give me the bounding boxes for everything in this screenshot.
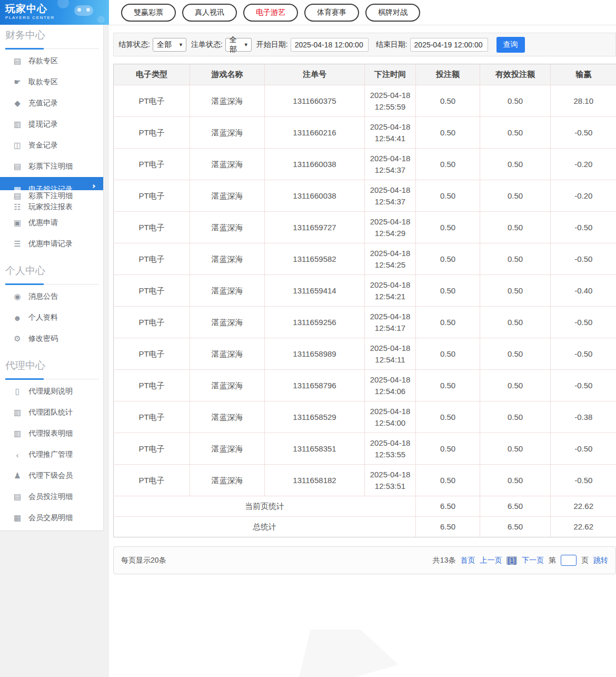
table-cell: PT电子: [114, 370, 190, 401]
table-cell: 湛蓝深海: [190, 212, 265, 243]
sidebar-item-agent-share[interactable]: ‹代理推广管理: [0, 444, 103, 465]
total-summary-row: 总统计6.506.5022.62: [114, 517, 616, 537]
member-transactions-icon: ▦: [13, 513, 22, 523]
tab-雙赢彩票[interactable]: 雙赢彩票: [121, 4, 176, 22]
table-cell: 0.50: [480, 465, 551, 496]
lottery-bets-icon: ▤: [13, 162, 22, 171]
sidebar-item-label: 彩票下注明细: [28, 162, 73, 171]
table-cell: 湛蓝深海: [190, 465, 265, 496]
tab-电子游艺[interactable]: 电子游艺: [243, 4, 298, 22]
end-date-input[interactable]: [410, 38, 488, 52]
table-cell: PT电子: [114, 149, 190, 180]
settle-status-label: 结算状态:: [118, 40, 150, 50]
table-cell: 1311660375: [265, 85, 365, 117]
sidebar-item-label: 充值记录: [28, 99, 58, 108]
announcement-bell-icon: ◉: [13, 292, 22, 301]
sidebar-item-label: 电子投注记录: [28, 185, 73, 190]
start-date-label: 开始日期:: [256, 40, 288, 50]
sidebar-item-agent-members[interactable]: ♟代理下级会员: [0, 465, 103, 486]
bet-time-cell: 2025-04-1812:54:11: [365, 338, 416, 370]
table-cell: -0.50: [551, 307, 616, 338]
table-cell: -0.50: [551, 117, 616, 149]
sidebar-item-label: 玩家投注报表: [28, 202, 73, 212]
table-cell: PT电子: [114, 212, 190, 243]
sidebar-item-agent-report[interactable]: ▥代理报表明细: [0, 423, 103, 444]
sidebar-item-member-transactions[interactable]: ▦会员交易明细: [0, 507, 103, 528]
sidebar-item-agent-rules-doc[interactable]: ▯代理规则说明: [0, 381, 103, 402]
sidebar-item-label: 优惠申请记录: [28, 239, 73, 249]
table-cell: 1311660038: [265, 180, 365, 212]
table-cell: 湛蓝深海: [190, 275, 265, 307]
sidebar-item-label: 彩票下注明细: [28, 191, 73, 201]
bet-records-table: 电子类型游戏名称注单号下注时间投注额有效投注额输赢 PT电子湛蓝深海131166…: [113, 64, 616, 537]
order-status-select[interactable]: 全部 ▼: [225, 38, 252, 52]
page-jump-input[interactable]: [561, 555, 577, 566]
table-cell: 0.50: [480, 275, 551, 307]
bet-table-body: PT电子湛蓝深海13116603752025-04-1812:55:590.50…: [114, 85, 616, 537]
table-cell: 1311658796: [265, 370, 365, 401]
first-page-link[interactable]: 首页: [460, 556, 475, 565]
next-page-link[interactable]: 下一页: [522, 556, 544, 565]
table-cell: -0.20: [551, 180, 616, 212]
pagination-bar: 每页显示20条 共13条 首页 上一页 [1] 下一页 第 页 跳转: [113, 546, 616, 574]
chevron-right-icon: [92, 184, 95, 188]
sidebar-item-withdraw-hand[interactable]: ☛取款专区: [0, 72, 103, 93]
game-category-tabbar: 雙赢彩票真人视讯电子游艺体育赛事棋牌对战: [109, 0, 616, 25]
sidebar-item-promo-apply[interactable]: ▣优惠申请: [0, 212, 103, 233]
tab-体育赛事[interactable]: 体育赛事: [304, 4, 359, 22]
column-header: 有效投注额: [480, 64, 551, 85]
table-cell: 0.50: [416, 370, 480, 401]
sidebar-item-withdrawal-record[interactable]: ▥提现记录: [0, 114, 103, 135]
settle-status-select[interactable]: 全部 ▼: [153, 38, 186, 52]
sidebar-item-announcement-bell[interactable]: ◉消息公告: [0, 286, 103, 307]
withdraw-hand-icon: ☛: [13, 77, 22, 87]
sidebar-item-egames-record[interactable]: ▦电子投注记录: [0, 177, 103, 190]
sidebar-item-player-report[interactable]: ☷玩家投注报表: [0, 201, 103, 212]
search-button[interactable]: 查询: [496, 37, 525, 53]
table-cell: PT电子: [114, 243, 190, 275]
sidebar: 玩家中心 PLAYERS CENTER 财务中心▤存款专区☛取款专区◆充值记录▥…: [0, 0, 109, 677]
table-cell: 0.50: [416, 433, 480, 465]
jump-action-link[interactable]: 跳转: [593, 556, 608, 565]
sidebar-item-funds-record[interactable]: ◫资金记录: [0, 135, 103, 156]
sidebar-item-lottery-bets[interactable]: ▤彩票下注明细: [0, 156, 103, 177]
table-cell: 1311659582: [265, 243, 365, 275]
tab-棋牌对战[interactable]: 棋牌对战: [365, 4, 420, 22]
tab-真人视讯[interactable]: 真人视讯: [182, 4, 237, 22]
sidebar-item-promo-record[interactable]: ☰优惠申请记录: [0, 233, 103, 254]
sidebar-item-agent-team-stats[interactable]: ▥代理团队统计: [0, 402, 103, 423]
table-cell: 0.50: [480, 212, 551, 243]
table-cell: -0.38: [551, 401, 616, 433]
sidebar-item-user-profile[interactable]: ☻个人资料: [0, 307, 103, 328]
summary-label: 总统计: [114, 517, 416, 537]
prev-page-link[interactable]: 上一页: [480, 556, 502, 565]
summary-value: 6.50: [416, 517, 480, 537]
sidebar-item-label: 存款专区: [28, 56, 58, 66]
chevron-down-icon: ▼: [244, 42, 249, 47]
table-cell: -0.20: [551, 149, 616, 180]
bet-time-cell: 2025-04-1812:53:55: [365, 433, 416, 465]
sidebar-item-label: 会员交易明细: [28, 513, 73, 523]
user-profile-icon: ☻: [13, 313, 22, 322]
section-underline: [0, 378, 103, 380]
sidebar-item-recharge-moneybag[interactable]: ◆充值记录: [0, 93, 103, 114]
current-page-badge: [1]: [506, 556, 517, 565]
table-cell: PT电子: [114, 433, 190, 465]
start-date-input[interactable]: [291, 38, 369, 52]
table-row: PT电子湛蓝深海13116589892025-04-1812:54:110.50…: [114, 338, 616, 370]
table-cell: 1311659256: [265, 307, 365, 338]
table-row: PT电子湛蓝深海13116597272025-04-1812:54:290.50…: [114, 212, 616, 243]
sidebar-item-lottery-bets[interactable]: ▤彩票下注明细: [0, 190, 103, 201]
gamepad-icon: [74, 5, 93, 16]
settle-status-value: 全部: [157, 40, 172, 50]
sidebar-item-label: 优惠申请: [28, 218, 58, 228]
table-row: PT电子湛蓝深海13116602162025-04-1812:54:410.50…: [114, 117, 616, 149]
table-cell: 湛蓝深海: [190, 149, 265, 180]
sidebar-item-gear[interactable]: ⚙修改密码: [0, 328, 103, 349]
sidebar-item-deposit-card[interactable]: ▤存款专区: [0, 51, 103, 72]
bet-time-cell: 2025-04-1812:53:51: [365, 465, 416, 496]
bet-time-cell: 2025-04-1812:54:17: [365, 307, 416, 338]
background-watermark-shape: [299, 630, 399, 677]
sidebar-item-member-bets[interactable]: ▤会员投注明细: [0, 486, 103, 507]
table-cell: 1311660038: [265, 149, 365, 180]
